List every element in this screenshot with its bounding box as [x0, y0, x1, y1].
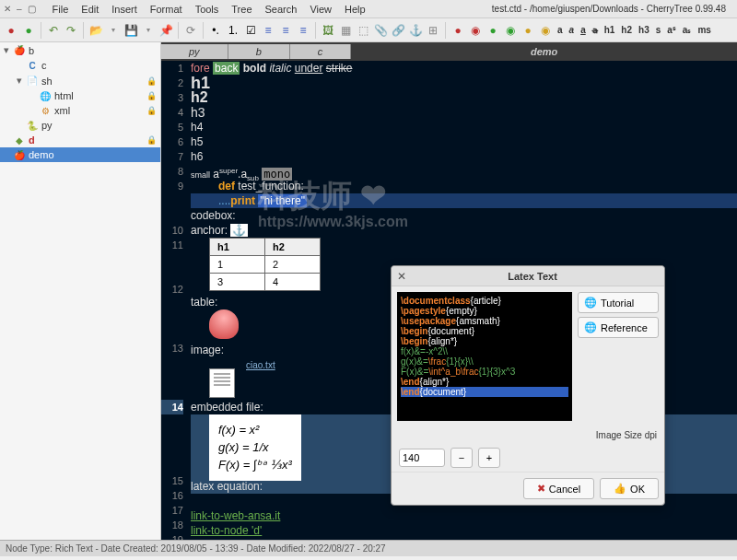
- menu-help[interactable]: Help: [339, 2, 371, 17]
- code-keyword: print: [230, 194, 255, 207]
- undo-icon[interactable]: ↶: [46, 23, 61, 38]
- bold-icon[interactable]: a: [556, 25, 565, 35]
- tree-item-py[interactable]: 🐍py: [0, 118, 160, 133]
- lock-icon: 🔒: [146, 76, 157, 86]
- super-button[interactable]: aˢ: [665, 25, 678, 35]
- underline-icon[interactable]: a: [579, 25, 588, 35]
- menu-tree[interactable]: Tree: [226, 2, 257, 17]
- anchor-icon[interactable]: ⚓: [230, 224, 248, 237]
- bullet-list-icon[interactable]: •.: [208, 23, 223, 38]
- tree-item-html[interactable]: 🌐html🔒: [0, 88, 160, 103]
- h1-button[interactable]: h1: [602, 25, 617, 35]
- tab-b[interactable]: b: [228, 44, 290, 59]
- link-web[interactable]: link-to-web-ansa.it: [191, 509, 280, 522]
- lock-icon: 🔒: [146, 106, 157, 115]
- h3-button[interactable]: h3: [637, 25, 651, 35]
- latex-equation-image[interactable]: f(x) = x² g(x) = 1/x F(x) = ∫ᵇᵃ ⅓x³: [209, 414, 301, 481]
- window-maximize-icon[interactable]: ▢: [28, 4, 36, 14]
- ok-icon: 👍: [614, 483, 626, 495]
- label-codebox: codebox:: [191, 209, 236, 222]
- insert-table-icon[interactable]: ▦: [338, 23, 353, 38]
- window-minimize-icon[interactable]: –: [17, 4, 22, 14]
- menu-view[interactable]: View: [304, 2, 337, 17]
- number-list-icon[interactable]: 1.: [226, 23, 240, 38]
- dialog-close-icon[interactable]: ✕: [397, 270, 406, 283]
- small-button[interactable]: s: [654, 25, 663, 35]
- menu-format[interactable]: Format: [145, 2, 188, 17]
- tree-item-sh[interactable]: ▾📄sh🔒: [0, 73, 160, 88]
- check-list-icon[interactable]: ☑: [243, 23, 258, 38]
- h2-button[interactable]: h2: [619, 25, 634, 35]
- window-close-icon[interactable]: ✕: [4, 4, 11, 14]
- menu-search[interactable]: Search: [260, 2, 303, 17]
- insert-codebox-icon[interactable]: ⬚: [356, 23, 370, 38]
- redo-icon[interactable]: ↷: [64, 23, 78, 38]
- dpi-decrease-button[interactable]: −: [450, 448, 473, 468]
- align-right-icon[interactable]: ≡: [296, 23, 310, 38]
- link-node[interactable]: link-to-node 'd': [191, 524, 262, 537]
- globe-icon: 🌐: [584, 297, 597, 309]
- fg-color-icon[interactable]: ●: [450, 23, 465, 38]
- dpi-input[interactable]: [399, 449, 445, 467]
- embedded-table[interactable]: h1h2 12 34: [209, 238, 321, 291]
- cancel-button[interactable]: ✖Cancel: [523, 478, 594, 499]
- tab-py[interactable]: py: [161, 44, 228, 59]
- insert-link-icon[interactable]: 🔗: [391, 23, 405, 38]
- link-node-anchor[interactable]: link-to-node 'e' + anchor: [191, 539, 309, 540]
- save-dropdown-icon[interactable]: ▾: [141, 23, 156, 38]
- dialog-titlebar[interactable]: ✕ Latex Text: [392, 266, 664, 286]
- bg2-icon[interactable]: ◉: [503, 23, 518, 38]
- bg3-icon[interactable]: ◉: [538, 23, 553, 38]
- reference-button[interactable]: 🌐Reference: [578, 317, 659, 338]
- table-cell[interactable]: 3: [210, 274, 265, 291]
- italic-icon[interactable]: a: [567, 25, 577, 35]
- open-dropdown-icon[interactable]: ▾: [106, 23, 121, 38]
- bg-color-icon[interactable]: ◉: [468, 23, 483, 38]
- pin-icon[interactable]: 📌: [158, 23, 173, 38]
- heading-h6: h6: [191, 150, 203, 163]
- status-text: Node Type: Rich Text - Date Created: 201…: [6, 543, 386, 554]
- refresh-icon[interactable]: ⟳: [183, 23, 198, 38]
- toolbar: ● ● ↶ ↷ 📂 ▾ 💾 ▾ 📌 ⟳ •. 1. ☑ ≡ ≡ ≡ 🖼 ▦ ⬚ …: [0, 18, 737, 42]
- new-node-icon[interactable]: ●: [4, 23, 18, 38]
- align-center-icon[interactable]: ≡: [278, 23, 293, 38]
- menu-insert[interactable]: Insert: [106, 2, 143, 17]
- align-left-icon[interactable]: ≡: [261, 23, 275, 38]
- table-cell[interactable]: 4: [265, 274, 321, 291]
- sub-button[interactable]: aₛ: [681, 25, 694, 35]
- insert-image-icon[interactable]: 🖼: [321, 23, 335, 38]
- text-super: super: [219, 167, 238, 175]
- insert-toc-icon[interactable]: ⊞: [426, 23, 440, 38]
- insert-anchor-icon[interactable]: ⚓: [408, 23, 423, 38]
- ok-button[interactable]: 👍OK: [600, 478, 659, 499]
- text-strike: strike: [326, 62, 353, 75]
- tree-label: demo: [29, 149, 54, 160]
- fg3-icon[interactable]: ●: [521, 23, 535, 38]
- tree-item-c[interactable]: Cc: [0, 58, 160, 73]
- tree-label: d: [29, 134, 35, 146]
- insert-file-icon[interactable]: 📎: [373, 23, 388, 38]
- table-cell[interactable]: 1: [210, 256, 265, 274]
- label-image: image:: [191, 344, 224, 356]
- tree-item-demo[interactable]: 🍎demo: [0, 147, 160, 162]
- tree-item-b[interactable]: ▾🍎b: [0, 42, 160, 58]
- menu-edit[interactable]: Edit: [76, 2, 104, 17]
- heading-h5: h5: [191, 135, 203, 148]
- embedded-file-icon[interactable]: [209, 368, 235, 398]
- dpi-increase-button[interactable]: +: [478, 448, 500, 468]
- open-icon[interactable]: 📂: [88, 23, 103, 38]
- tree-item-xml[interactable]: ⚙xml🔒: [0, 103, 160, 118]
- table-cell[interactable]: 2: [265, 256, 321, 274]
- tab-c[interactable]: c: [290, 44, 352, 59]
- latex-code-editor[interactable]: \documentclass{article} \pagestyle{empty…: [397, 292, 572, 421]
- tree-item-d[interactable]: ◆d🔒: [0, 133, 160, 147]
- fg2-icon[interactable]: ●: [485, 23, 500, 38]
- tutorial-button[interactable]: 🌐Tutorial: [578, 292, 659, 313]
- embedded-image[interactable]: [209, 309, 239, 339]
- mono-button[interactable]: ms: [696, 25, 712, 35]
- strike-icon[interactable]: a̶: [591, 25, 600, 35]
- menu-file[interactable]: File: [47, 2, 75, 17]
- save-icon[interactable]: 💾: [123, 23, 138, 38]
- menu-tools[interactable]: Tools: [190, 2, 225, 17]
- new-subnode-icon[interactable]: ●: [21, 23, 36, 38]
